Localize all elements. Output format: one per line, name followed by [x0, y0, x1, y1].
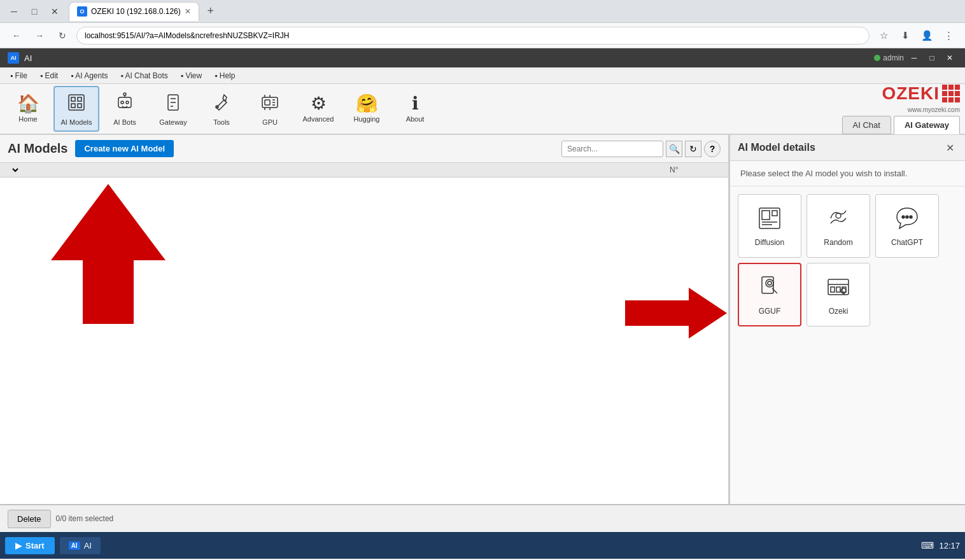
browser-maximize[interactable]: □: [25, 3, 43, 20]
toolbar-hugging-label: Hugging: [354, 115, 380, 123]
svg-point-32: [906, 216, 908, 218]
taskbar-clock: 12:17: [939, 541, 960, 550]
address-input[interactable]: [76, 27, 870, 45]
toolbar-gateway[interactable]: Gateway: [150, 86, 196, 132]
browser-titlebar: ─ □ ✕ O OZEKI 10 (192.168.0.126) ✕ +: [0, 0, 965, 23]
toolbar-advanced[interactable]: ⚙ Advanced: [295, 86, 341, 132]
model-card-diffusion[interactable]: Diffusion: [738, 194, 801, 258]
search-button[interactable]: 🔍: [666, 141, 682, 157]
menu-ai-agents[interactable]: ▪ AI Agents: [66, 70, 113, 81]
browser-minimize[interactable]: ─: [5, 3, 23, 20]
tools-icon: [211, 92, 232, 116]
menu-help[interactable]: ▪ Help: [209, 70, 240, 81]
taskbar-ai-app[interactable]: AI AI: [60, 537, 101, 554]
browser-tab[interactable]: O OZEKI 10 (192.168.0.126) ✕: [69, 2, 199, 21]
toolbar-gpu[interactable]: GPU: [247, 86, 293, 132]
toolbar-ai-models-label: AI Models: [61, 118, 92, 126]
tab-close-btn[interactable]: ✕: [185, 7, 191, 16]
model-card-ozeki[interactable]: Ozeki: [807, 263, 870, 326]
panel-header: AI Models Create new AI Model 🔍 ↻ ?: [0, 135, 728, 163]
toolbar-advanced-label: Advanced: [303, 115, 334, 123]
ozeki-sub-label: www.myozeki.com: [908, 106, 960, 113]
delete-button[interactable]: Delete: [8, 510, 51, 528]
toolbar-about-label: About: [406, 115, 425, 123]
toolbar-hugging[interactable]: 🤗 Hugging: [344, 86, 390, 132]
close-panel-button[interactable]: ✕: [942, 140, 957, 155]
svg-rect-3: [71, 104, 75, 108]
svg-rect-27: [772, 211, 777, 216]
svg-point-7: [126, 101, 129, 104]
menu-button[interactable]: ⋮: [940, 27, 957, 45]
home-icon: 🏠: [17, 95, 39, 113]
gpu-icon: [260, 92, 280, 116]
svg-rect-4: [78, 104, 81, 108]
new-tab-button[interactable]: +: [202, 3, 220, 20]
app-titlebar: AI AI admin ─ □ ✕: [0, 48, 965, 67]
diffusion-icon: [757, 206, 782, 234]
ai-bots-icon: [115, 92, 135, 116]
svg-rect-39: [831, 287, 835, 292]
ozeki-logo-text: OZEKI: [882, 83, 940, 104]
red-arrow-up: [51, 184, 166, 324]
panel-title: AI Models: [8, 141, 67, 156]
online-indicator: [874, 55, 880, 61]
toolbar-home-label: Home: [18, 115, 37, 123]
tab-bar: O OZEKI 10 (192.168.0.126) ✕ +: [69, 2, 960, 21]
menu-ai-chat-bots[interactable]: ▪ AI Chat Bots: [116, 70, 173, 81]
tab-ai-gateway[interactable]: AI Gateway: [894, 116, 960, 134]
toolbar-right: OZEKI www.myozeki.com AI Chat AI Gateway: [842, 83, 960, 134]
svg-rect-5: [118, 97, 131, 108]
status-bar: Delete 0/0 item selected: [0, 504, 965, 532]
tab-title: OZEKI 10 (192.168.0.126): [91, 7, 181, 16]
toolbar-home[interactable]: 🏠 Home: [5, 86, 51, 132]
model-card-gguf[interactable]: GGUF: [738, 263, 801, 326]
app-maximize-btn[interactable]: □: [924, 50, 940, 66]
menu-file[interactable]: ▪ File: [5, 70, 32, 81]
search-area: 🔍 ↻ ?: [561, 141, 721, 157]
back-button[interactable]: ←: [8, 27, 25, 45]
col-filter-dropdown[interactable]: [8, 165, 20, 174]
start-button[interactable]: ▶ Start: [5, 537, 55, 554]
model-card-random[interactable]: Random: [807, 194, 870, 258]
toolbar-ai-models[interactable]: AI Models: [53, 86, 99, 132]
model-card-chatgpt[interactable]: ChatGPT: [875, 194, 939, 258]
svg-point-30: [836, 213, 841, 218]
right-panel-header: AI Model details ✕: [730, 135, 965, 161]
address-bar: ← → ↻ ☆ ⬇ 👤 ⋮: [0, 23, 965, 48]
app-close-btn[interactable]: ✕: [942, 50, 957, 66]
help-button[interactable]: ?: [704, 141, 721, 157]
menu-view[interactable]: ▪ View: [176, 70, 207, 81]
toolbar-about[interactable]: ℹ About: [392, 86, 438, 132]
app-title-controls: admin ─ □ ✕: [874, 50, 957, 66]
ozeki-logo: OZEKI: [882, 83, 960, 104]
start-icon: ▶: [15, 541, 22, 550]
toolbar-tools[interactable]: Tools: [199, 86, 244, 132]
status-text: 0/0 item selected: [56, 514, 114, 523]
toolbar-tools-label: Tools: [213, 118, 230, 126]
download-button[interactable]: ⬇: [896, 27, 914, 45]
random-label: Random: [824, 238, 852, 247]
col-header-name: [8, 165, 20, 174]
app-minimize-btn[interactable]: ─: [906, 50, 922, 66]
bookmark-button[interactable]: ☆: [875, 27, 892, 45]
taskbar-app-label: AI: [84, 541, 92, 550]
browser-close[interactable]: ✕: [46, 3, 64, 20]
menu-edit[interactable]: ▪ Edit: [35, 70, 63, 81]
forward-button[interactable]: →: [31, 27, 48, 45]
tab-ai-chat[interactable]: AI Chat: [842, 116, 891, 134]
refresh-button[interactable]: ↻: [685, 141, 701, 157]
toolbar-ai-bots-label: AI Bots: [113, 118, 136, 126]
ozeki-grid: [942, 85, 960, 102]
gguf-label: GGUF: [759, 307, 781, 316]
reload-button[interactable]: ↻: [53, 27, 71, 45]
search-input[interactable]: [561, 141, 663, 157]
address-actions: ☆ ⬇ 👤 ⋮: [875, 27, 957, 45]
keyboard-icon[interactable]: ⌨: [921, 540, 934, 550]
advanced-icon: ⚙: [311, 95, 327, 113]
svg-point-33: [910, 216, 912, 218]
svg-rect-40: [836, 287, 840, 292]
tab-favicon: O: [77, 6, 87, 17]
create-model-button[interactable]: Create new AI Model: [75, 140, 174, 157]
profile-button[interactable]: 👤: [918, 27, 936, 45]
toolbar-ai-bots[interactable]: AI Bots: [102, 86, 148, 132]
